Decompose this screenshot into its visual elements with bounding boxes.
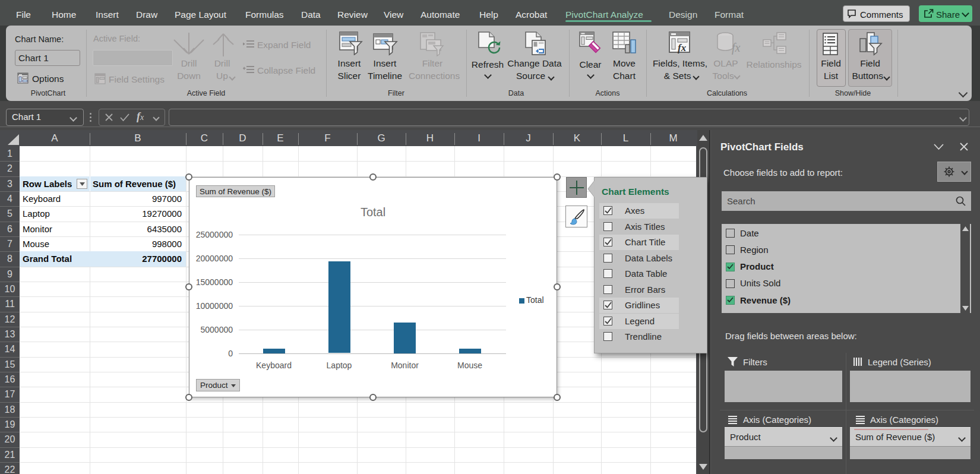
svg-text:fx: fx xyxy=(732,41,741,55)
svg-text:fx: fx xyxy=(678,42,687,53)
